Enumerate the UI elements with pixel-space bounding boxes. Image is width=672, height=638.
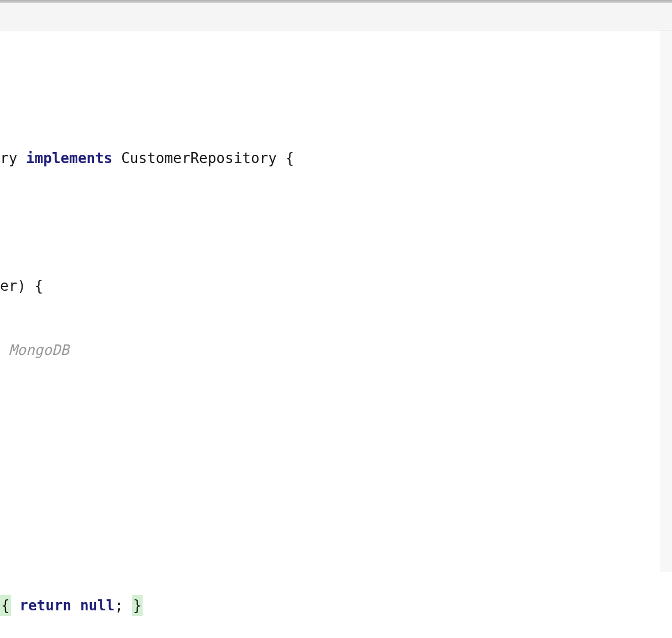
comment-mongodb: MongoDB (0, 339, 69, 361)
code-editor[interactable]: ry implements CustomerRepository { er) {… (0, 30, 672, 638)
semicolon: ; (115, 595, 124, 616)
code-line-return[interactable]: { return null; } (0, 595, 672, 616)
editor-header-strip (0, 3, 672, 30)
code-fragment: ry (0, 148, 26, 169)
brace-close-highlight: } (132, 595, 143, 616)
keyword-null: null (80, 595, 115, 616)
code-line-blank[interactable] (0, 212, 672, 233)
code-line-blank[interactable] (0, 403, 672, 425)
keyword-return: return (19, 595, 71, 616)
code-line-blank[interactable] (0, 467, 672, 489)
code-line[interactable]: ry implements CustomerRepository { (0, 148, 672, 169)
space (71, 595, 80, 616)
space (123, 595, 132, 616)
vertical-scrollbar[interactable] (660, 30, 672, 572)
code-line-blank[interactable] (0, 531, 672, 552)
code-line-comment[interactable]: MongoDB (0, 339, 672, 361)
code-line[interactable]: er) { (0, 275, 672, 297)
brace-open-highlight: { (0, 595, 11, 616)
keyword-implements: implements (26, 148, 113, 169)
space (11, 595, 20, 616)
code-fragment: er) { (0, 275, 43, 297)
class-name-fragment: CustomerRepository { (113, 148, 295, 169)
